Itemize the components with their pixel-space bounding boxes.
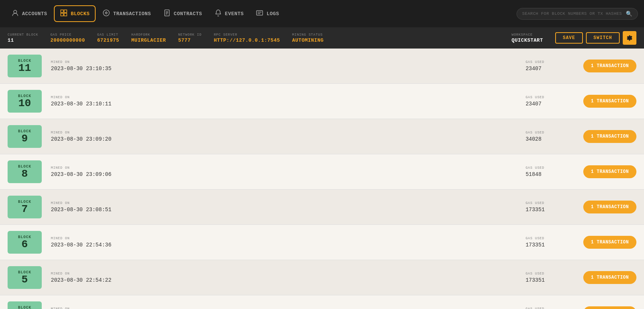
block-number: 6 — [22, 239, 28, 250]
nav-accounts[interactable]: ACCOUNTS — [6, 6, 52, 21]
status-workspace: WORKSPACE QUICKSTART — [512, 33, 543, 43]
gas-limit-value: 6721975 — [97, 38, 119, 43]
search-icon: 🔍 — [626, 11, 632, 17]
mining-status-value: AUTOMINING — [292, 38, 324, 43]
status-buttons: SAVE SWITCH — [555, 31, 636, 45]
search-input[interactable] — [522, 11, 623, 16]
transaction-button[interactable]: 1 TRANSACTION — [583, 271, 636, 284]
settings-button[interactable] — [623, 31, 636, 45]
nav-transactions[interactable]: TRANSACTIONS — [97, 6, 156, 21]
block-row[interactable]: BLOCK 6 MINED ON 2023-08-30 22:54:36 GAS… — [0, 225, 644, 260]
block-mined-info: MINED ON 2023-08-30 23:10:35 — [51, 60, 526, 72]
gas-price-label: GAS PRICE — [50, 33, 85, 37]
current-block-label: CURRENT BLOCK — [8, 33, 38, 37]
current-block-value: 11 — [8, 38, 38, 43]
gas-used-cell: GAS USED 34028 — [526, 131, 571, 142]
nav-contracts[interactable]: CONTRACTS — [158, 6, 208, 21]
svg-rect-3 — [61, 13, 63, 16]
switch-button[interactable]: SWITCH — [586, 32, 620, 44]
gas-used-label: GAS USED — [526, 60, 571, 64]
block-number: 10 — [18, 98, 31, 109]
transaction-button[interactable]: 1 TRANSACTION — [583, 236, 636, 249]
network-id-label: NETWORK ID — [178, 33, 202, 37]
mined-on-value: 2023-08-30 23:08:51 — [51, 207, 526, 213]
nav-logs-label: LOGS — [266, 11, 279, 17]
mined-on-label: MINED ON — [51, 60, 526, 64]
gas-used-label: GAS USED — [526, 272, 571, 276]
nav-contracts-label: CONTRACTS — [174, 11, 202, 17]
transaction-button[interactable]: 1 TRANSACTION — [583, 201, 636, 213]
block-number: 8 — [22, 169, 28, 179]
svg-point-0 — [14, 10, 17, 13]
transaction-button[interactable]: 1 TRANSACTION — [583, 306, 636, 309]
mined-on-label: MINED ON — [51, 272, 526, 276]
mined-on-value: 2023-08-30 23:09:06 — [51, 171, 526, 177]
gas-used-cell: GAS USED 23407 — [526, 96, 571, 107]
nav-accounts-label: ACCOUNTS — [22, 11, 47, 17]
status-gas-price: GAS PRICE 20000000000 — [50, 33, 85, 43]
network-id-value: 5777 — [178, 38, 202, 43]
gas-used-label: GAS USED — [526, 237, 571, 240]
transaction-button[interactable]: 1 TRANSACTION — [583, 60, 636, 72]
contracts-icon — [163, 9, 171, 18]
transaction-button[interactable]: 1 TRANSACTION — [583, 165, 636, 178]
gas-used-label: GAS USED — [526, 201, 571, 205]
transaction-button[interactable]: 1 TRANSACTION — [583, 130, 636, 143]
gas-used-value: 51848 — [526, 171, 571, 177]
block-mined-info: MINED ON 2023-08-30 23:09:06 — [51, 166, 526, 177]
gas-used-value: 34028 — [526, 136, 571, 142]
block-row[interactable]: BLOCK 4 MINED ON 2023-08-30 22:54:07 GAS… — [0, 295, 644, 309]
gas-used-cell: GAS USED 188351 — [526, 307, 571, 309]
mined-on-value: 2023-08-30 23:09:20 — [51, 136, 526, 142]
hardfork-value: MUIRGLACIER — [131, 38, 166, 43]
gas-price-value: 20000000000 — [50, 38, 85, 43]
block-number-cell: BLOCK 9 — [8, 125, 42, 148]
transaction-button[interactable]: 1 TRANSACTION — [583, 95, 636, 108]
hardfork-label: HARDFORK — [131, 33, 166, 37]
save-button[interactable]: SAVE — [555, 32, 583, 44]
status-mining: MINING STATUS AUTOMINING — [292, 33, 324, 43]
gas-used-label: GAS USED — [526, 307, 571, 309]
status-hardfork: HARDFORK MUIRGLACIER — [131, 33, 166, 43]
events-icon — [214, 9, 222, 18]
block-row[interactable]: BLOCK 8 MINED ON 2023-08-30 23:09:06 GAS… — [0, 154, 644, 190]
block-row[interactable]: BLOCK 7 MINED ON 2023-08-30 23:08:51 GAS… — [0, 190, 644, 225]
gas-limit-label: GAS LIMIT — [97, 33, 119, 37]
gas-used-label: GAS USED — [526, 166, 571, 170]
block-row[interactable]: BLOCK 5 MINED ON 2023-08-30 22:54:22 GAS… — [0, 260, 644, 295]
block-number: 7 — [22, 204, 28, 215]
block-number-cell: BLOCK 8 — [8, 160, 42, 183]
workspace-label: WORKSPACE — [512, 33, 543, 37]
mined-on-value: 2023-08-30 23:10:11 — [51, 101, 526, 107]
svg-rect-4 — [64, 13, 67, 16]
blocks-icon — [60, 9, 68, 18]
block-row[interactable]: BLOCK 11 MINED ON 2023-08-30 23:10:35 GA… — [0, 49, 644, 84]
mined-on-value: 2023-08-30 22:54:22 — [51, 277, 526, 283]
block-mined-info: MINED ON 2023-08-30 23:10:11 — [51, 96, 526, 107]
block-number: 5 — [22, 274, 28, 285]
mined-on-value: 2023-08-30 23:10:35 — [51, 66, 526, 72]
gas-used-value: 23407 — [526, 66, 571, 72]
block-row[interactable]: BLOCK 9 MINED ON 2023-08-30 23:09:20 GAS… — [0, 119, 644, 154]
status-rpc-server: RPC SERVER HTTP://127.0.0.1:7545 — [214, 33, 280, 43]
nav-events[interactable]: EVENTS — [209, 6, 249, 21]
gas-used-label: GAS USED — [526, 131, 571, 135]
search-container: 🔍 — [516, 8, 638, 20]
gear-icon — [627, 35, 633, 41]
block-number-cell: BLOCK 10 — [8, 90, 42, 113]
status-bar: CURRENT BLOCK 11 GAS PRICE 20000000000 G… — [0, 27, 644, 49]
nav-blocks[interactable]: BLOCKS — [54, 5, 96, 22]
nav-logs[interactable]: LOGS — [250, 6, 284, 21]
status-network-id: NETWORK ID 5777 — [178, 33, 202, 43]
block-mined-info: MINED ON 2023-08-30 22:54:07 — [51, 307, 526, 309]
block-row[interactable]: BLOCK 10 MINED ON 2023-08-30 23:10:11 GA… — [0, 84, 644, 119]
block-number: 9 — [22, 133, 28, 144]
block-mined-info: MINED ON 2023-08-30 22:54:22 — [51, 272, 526, 283]
logs-icon — [256, 9, 263, 18]
block-number-cell: BLOCK 11 — [8, 55, 42, 77]
mined-on-value: 2023-08-30 22:54:36 — [51, 242, 526, 248]
svg-rect-2 — [64, 10, 67, 13]
navbar: ACCOUNTS BLOCKS TRANSACTIONS — [0, 0, 644, 27]
block-mined-info: MINED ON 2023-08-30 22:54:36 — [51, 237, 526, 248]
block-number-cell: BLOCK 5 — [8, 266, 42, 289]
